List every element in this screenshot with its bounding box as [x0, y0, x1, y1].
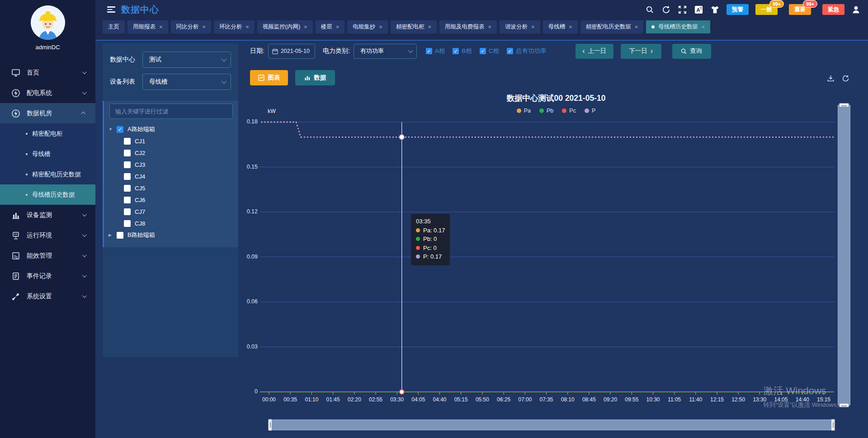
chart-view-button[interactable]: 图表: [250, 70, 288, 85]
tree-node-0-0[interactable]: CJ1: [104, 135, 238, 147]
search-icon[interactable]: [645, 5, 655, 14]
theme-icon[interactable]: [710, 5, 720, 14]
sidebar-item-6[interactable]: 事件记录: [0, 266, 95, 286]
datacenter-select[interactable]: 测试: [142, 52, 231, 68]
tree-node-0-6[interactable]: CJ7: [104, 206, 238, 217]
tree-checkbox[interactable]: [124, 161, 131, 168]
tree-checkbox[interactable]: [124, 185, 131, 192]
close-tab-icon[interactable]: ×: [245, 24, 249, 30]
tree-checkbox[interactable]: [117, 232, 123, 239]
tree-filter-input[interactable]: [109, 104, 233, 119]
sidebar-item-5[interactable]: 能效管理: [0, 245, 95, 266]
tab-10[interactable]: 母线槽 ×: [543, 20, 578, 33]
tree-checkbox[interactable]: [124, 173, 131, 180]
phase-checkbox-0[interactable]: ✓ A相: [426, 47, 445, 55]
tree-checkbox[interactable]: [124, 197, 131, 203]
tree-checkbox[interactable]: ✓: [117, 126, 123, 133]
datazoom-top-handle[interactable]: [839, 103, 849, 107]
phase-checkbox-1[interactable]: ✓ B相: [453, 47, 472, 55]
sidebar-subitem-2-2[interactable]: 精密配电历史数据: [0, 164, 95, 184]
sidebar-item-2[interactable]: 数据机房: [0, 103, 95, 123]
alarm-badge-1[interactable]: 一般 99+: [755, 4, 778, 15]
sidebar-subitem-2-3[interactable]: 母线槽历史数据: [0, 184, 95, 205]
tab-9[interactable]: 谐波分析 ×: [500, 20, 540, 33]
tab-12[interactable]: 母线槽历史数据 ×: [646, 20, 710, 33]
tree-checkbox[interactable]: [124, 208, 131, 215]
tab-8[interactable]: 用能及电费报表 ×: [439, 20, 497, 33]
user-avatar[interactable]: [31, 5, 65, 40]
alarm-badge-0[interactable]: 预警: [726, 4, 749, 15]
data-view-button[interactable]: 数据: [295, 70, 335, 85]
tab-7[interactable]: 精密配电柜 ×: [391, 20, 437, 33]
refresh-icon[interactable]: [841, 74, 850, 83]
close-tab-icon[interactable]: ×: [635, 24, 638, 30]
tree-collapse-icon[interactable]: ▼: [108, 127, 115, 132]
sidebar-item-0[interactable]: 首页: [0, 62, 95, 83]
device-list-select[interactable]: 母线槽: [142, 74, 231, 90]
tab-1[interactable]: 用能报表 ×: [127, 20, 168, 33]
tab-11[interactable]: 精密配电历史数据 ×: [580, 20, 644, 33]
tree-checkbox[interactable]: [124, 138, 131, 145]
close-tab-icon[interactable]: ×: [159, 24, 163, 30]
tree-node-0-2[interactable]: CJ3: [104, 159, 238, 170]
datazoom-bottom-handle[interactable]: [839, 403, 849, 407]
phase-checkbox-3[interactable]: ✓ 总有功功率: [507, 47, 547, 55]
fullscreen-icon[interactable]: [678, 5, 687, 14]
tab-4[interactable]: 视频监控(内网) ×: [257, 20, 313, 33]
close-tab-icon[interactable]: ×: [702, 24, 705, 30]
legend-item-Pc[interactable]: Pc: [562, 108, 576, 114]
power-type-select[interactable]: 有功功率: [354, 44, 417, 59]
tree-node-0-1[interactable]: CJ2: [104, 147, 238, 159]
tree-node-0-3[interactable]: CJ4: [104, 170, 238, 182]
datazoom-horizontal-slider[interactable]: [270, 419, 833, 430]
sidebar-item-7[interactable]: 系统设置: [0, 286, 95, 306]
datazoom-right-handle[interactable]: [831, 419, 835, 431]
close-tab-icon[interactable]: ×: [304, 24, 307, 30]
tab-3[interactable]: 环比分析 ×: [214, 20, 255, 33]
tree-checkbox[interactable]: [124, 150, 131, 156]
close-tab-icon[interactable]: ×: [428, 24, 431, 30]
legend-item-P[interactable]: P: [585, 108, 595, 114]
alarm-badge-2[interactable]: 重要 99+: [789, 4, 811, 15]
alarm-badge-3[interactable]: 紧急: [822, 4, 844, 15]
sidebar-subitem-2-1[interactable]: 母线槽: [0, 144, 95, 164]
legend-item-Pa[interactable]: Pa: [517, 108, 531, 114]
sidebar-item-1[interactable]: 配电系统: [0, 83, 95, 103]
refresh-icon[interactable]: [661, 5, 671, 14]
tab-0[interactable]: 主页: [103, 20, 125, 33]
phase-checkbox-2[interactable]: ✓ C相: [480, 47, 499, 55]
sidebar-subitem-2-0[interactable]: 精密配电柜: [0, 123, 95, 144]
tree-node-0-5[interactable]: CJ6: [104, 194, 238, 206]
close-tab-icon[interactable]: ×: [379, 24, 382, 30]
date-picker[interactable]: 2021-05-10: [268, 44, 315, 59]
next-day-button[interactable]: 下一日›: [621, 44, 661, 59]
tree-node-0[interactable]: ▼ ✓ A路始端箱: [104, 123, 238, 135]
close-tab-icon[interactable]: ×: [569, 24, 572, 30]
tab-6[interactable]: 电能集抄 ×: [347, 20, 388, 33]
chart-plot[interactable]: [260, 122, 834, 395]
tree-node-0-4[interactable]: CJ5: [104, 182, 238, 194]
y-tick-label: 0: [244, 388, 258, 395]
close-tab-icon[interactable]: ×: [336, 24, 340, 30]
prev-day-button[interactable]: ‹上一日: [576, 44, 613, 59]
legend-item-Pb[interactable]: Pb: [539, 108, 553, 114]
datazoom-vertical-slider[interactable]: [838, 105, 850, 405]
tab-5[interactable]: 楼层 ×: [316, 20, 345, 33]
power-icon: [11, 109, 20, 118]
sidebar-item-3[interactable]: 设备监测: [0, 205, 95, 225]
download-icon[interactable]: [826, 74, 835, 83]
query-button[interactable]: 查询: [672, 44, 711, 59]
sidebar-item-4[interactable]: 运行环境: [0, 225, 95, 245]
translate-icon[interactable]: A文: [694, 5, 703, 14]
tree-checkbox[interactable]: [124, 220, 131, 227]
close-tab-icon[interactable]: ×: [488, 24, 491, 30]
user-icon[interactable]: [851, 5, 861, 14]
close-tab-icon[interactable]: ×: [203, 24, 206, 30]
tree-node-1[interactable]: ▶ B路始端箱: [104, 229, 238, 241]
tab-2[interactable]: 同比分析 ×: [171, 20, 212, 33]
datazoom-left-handle[interactable]: [268, 419, 272, 431]
tree-expand-icon[interactable]: ▶: [108, 233, 115, 237]
close-tab-icon[interactable]: ×: [531, 24, 535, 30]
tree-node-0-7[interactable]: CJ8: [104, 217, 238, 229]
menu-toggle-icon[interactable]: [107, 5, 115, 14]
